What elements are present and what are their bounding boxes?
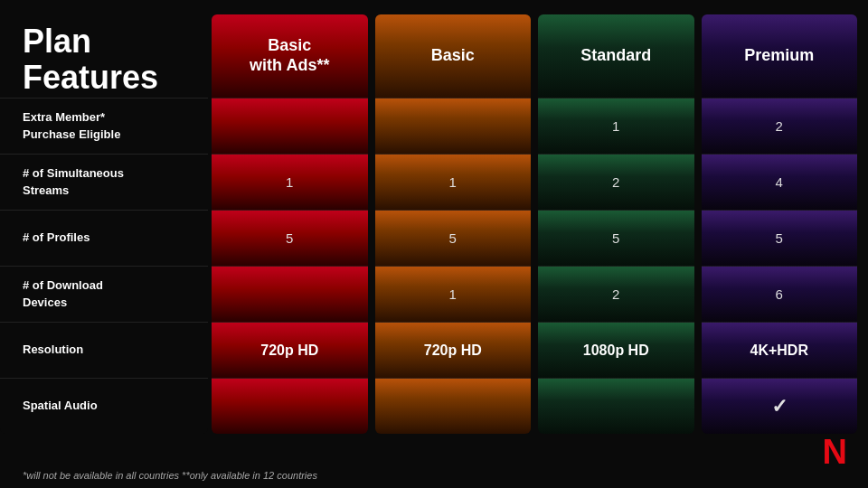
cell-basic-ads-streams: 1 — [212, 154, 368, 210]
cell-basic-ads-downloads — [212, 266, 368, 322]
feature-label-extra-member: Extra Member* Purchase Eligible — [0, 98, 208, 154]
cell-premium-spatial-audio: ✓ — [702, 378, 858, 434]
footer-note: *will not be available in all countries … — [23, 470, 317, 481]
cell-standard-extra-member: 1 — [538, 98, 694, 154]
cell-basic-spatial-audio — [375, 378, 532, 434]
feature-label-spatial-audio: Spatial Audio — [0, 378, 208, 434]
cell-premium-resolution: 4K+HDR — [702, 322, 858, 378]
cell-basic-resolution: 720p HD — [375, 322, 532, 378]
cell-standard-streams: 2 — [538, 154, 694, 210]
plan-header-basic: Basic — [375, 14, 532, 98]
cell-basic-ads-extra-member — [212, 98, 368, 154]
plan-header-standard: Standard — [538, 14, 694, 98]
plan-header-basic-ads: Basic with Ads** — [212, 14, 368, 98]
cell-basic-extra-member — [375, 98, 532, 154]
cell-basic-downloads: 1 — [375, 266, 532, 322]
cell-basic-streams: 1 — [375, 154, 532, 210]
cell-basic-profiles: 5 — [375, 210, 532, 266]
feature-label-downloads: # of Download Devices — [0, 266, 208, 322]
main-container: Plan Features Basic with Ads** Basic Sta… — [0, 0, 868, 488]
cell-basic-ads-profiles: 5 — [212, 210, 368, 266]
cell-standard-spatial-audio — [538, 378, 694, 434]
comparison-grid: Plan Features Basic with Ads** Basic Sta… — [0, 0, 868, 443]
cell-premium-extra-member: 2 — [702, 98, 858, 154]
cell-standard-resolution: 1080p HD — [538, 322, 694, 378]
cell-premium-downloads: 6 — [702, 266, 858, 322]
cell-standard-profiles: 5 — [538, 210, 694, 266]
feature-label-profiles: # of Profiles — [0, 210, 208, 266]
cell-standard-downloads: 2 — [538, 266, 694, 322]
cell-premium-streams: 4 — [702, 154, 858, 210]
plan-features-title: Plan Features — [0, 7, 208, 98]
cell-basic-ads-spatial-audio — [212, 378, 368, 434]
cell-basic-ads-resolution: 720p HD — [212, 322, 368, 378]
plan-header-premium: Premium — [702, 14, 858, 98]
cell-premium-profiles: 5 — [702, 210, 858, 266]
feature-label-resolution: Resolution — [0, 322, 208, 378]
netflix-logo: N — [823, 433, 845, 472]
feature-label-streams: # of Simultaneous Streams — [0, 154, 208, 210]
